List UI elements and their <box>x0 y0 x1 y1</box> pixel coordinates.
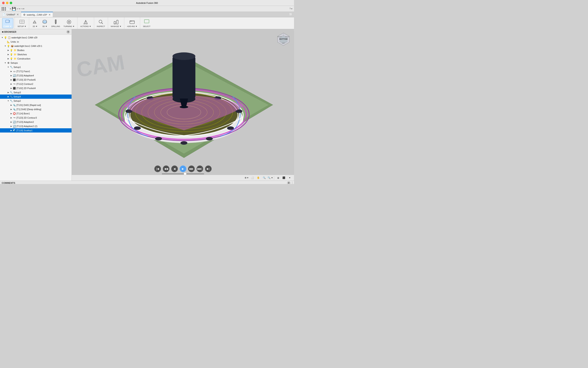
timeline[interactable] <box>162 174 204 174</box>
expand-bodies[interactable]: ▶ <box>7 49 10 52</box>
tree-item-construction[interactable]: ▶ 💡 📁 Construction <box>0 56 72 61</box>
playback-end-btn[interactable]: ▶| <box>205 166 212 172</box>
expand-setup4[interactable]: ▶ <box>7 95 10 98</box>
tree-item-bodies[interactable]: ▶ 💡 📁 Bodies <box>0 48 72 52</box>
playback-prev-fast-btn[interactable]: ◀◀ <box>163 166 169 172</box>
expand-face1[interactable]: ▶ <box>10 70 13 73</box>
tab-untitled-close[interactable]: ✕ <box>17 13 19 16</box>
redo-button[interactable]: ↪ ▾ <box>21 8 25 10</box>
viewport[interactable]: CAM BOTTOM FRONT RIGHT LEFT |◀ ◀◀ <box>72 29 294 181</box>
vp-zoom-btn[interactable]: 🔍 <box>262 175 267 180</box>
drilling-tool-button[interactable]: DRILLING <box>50 18 62 28</box>
comments-settings-btn[interactable]: ⚙ <box>287 181 290 184</box>
tree-item-adaptive22[interactable]: ▶ 🔄 [T113] Adaptive2 (2) <box>0 124 72 128</box>
tree-item-setups[interactable]: ▼ ⚙ Setups <box>0 61 72 65</box>
2d-tool-button[interactable]: 2D ▼ <box>30 18 40 28</box>
vp-pan-btn[interactable]: ✋ <box>256 175 261 180</box>
expand-component[interactable]: ▼ <box>4 45 7 47</box>
timeline-track[interactable] <box>162 174 204 174</box>
expand-pocket4[interactable]: ▶ <box>10 87 13 90</box>
expand-construction[interactable]: ▶ <box>7 57 10 60</box>
expand-setup3[interactable]: ▶ <box>7 91 10 94</box>
tab-cam[interactable]: ⚙ watertig...CAM v29* ✕ <box>21 12 53 17</box>
vp-fit-btn[interactable]: ⬜ <box>250 175 255 180</box>
icon-setup1: 🔧 <box>10 65 13 69</box>
vp-more-btn[interactable]: ▾ <box>287 175 292 180</box>
tree-item-units[interactable]: ▶ 📐 Units: in <box>0 40 72 44</box>
tab-cam-close[interactable]: ✕ <box>48 13 51 16</box>
help-button[interactable]: ? ▾ <box>290 8 292 10</box>
sidebar-collapse-btn[interactable]: ◀ <box>2 31 3 33</box>
tree-item-setup3[interactable]: ▶ 🔧 Setup3 <box>0 90 72 94</box>
expand-adaptive2[interactable]: ▶ <box>10 120 13 123</box>
sidebar-settings-btn[interactable]: ⚙ <box>66 30 70 34</box>
setup-tool-button[interactable]: SETUP ▼ <box>16 18 28 28</box>
addins-tool-button[interactable]: ADD-INS ▼ <box>126 18 139 28</box>
tab-maximize[interactable]: ⬜ <box>288 13 294 16</box>
tree-item-root[interactable]: ▼ 💡 📋 watertight box1 CAM v29 <box>0 36 72 40</box>
tree-item-setup4[interactable]: ▶ 🔧 Setup4 <box>0 94 72 99</box>
select-tool-button[interactable]: SELECT <box>141 18 152 28</box>
expand-setup1[interactable]: ▼ <box>7 66 10 69</box>
expand-scallop1[interactable]: ▶ <box>10 129 13 132</box>
actions-tool-button[interactable]: G1 G2 ACTIONS ▼ <box>79 18 92 28</box>
undo-button[interactable]: ↩ ▾ <box>17 8 20 10</box>
view-cube[interactable]: BOTTOM FRONT RIGHT LEFT <box>275 31 292 48</box>
tree-item-pocket4[interactable]: ▶ ⬛ [T102] 2D Pocket4 <box>0 86 72 90</box>
expand-setups[interactable]: ▼ <box>4 61 7 64</box>
turning-tool-button[interactable]: TURNING ▼ <box>62 18 76 28</box>
expand-bore1[interactable]: ▶ <box>10 112 13 115</box>
tree-item-adaptive2[interactable]: ▶ 🔄 [T123] Adaptive2 <box>0 120 72 124</box>
expand-adaptive4[interactable]: ▶ <box>10 74 13 77</box>
close-button[interactable] <box>2 2 5 4</box>
tree-item-face1[interactable]: ▶ ▭ [T171] Face1 <box>0 69 72 74</box>
svg-point-28 <box>131 21 132 21</box>
expand-drill1[interactable]: ▶ <box>10 104 13 107</box>
vp-orbit-btn[interactable]: ⊕ ▾ <box>244 175 249 180</box>
expand-root[interactable]: ▼ <box>1 36 4 39</box>
vp-display-btn[interactable]: 🖥 <box>276 175 280 180</box>
app-menu[interactable]: 📄 ▾ 💾 ↩ ▾ ↪ ▾ <box>2 7 24 11</box>
tree-item-sketches[interactable]: ▶ 💡 📁 Sketches <box>0 52 72 56</box>
save-button[interactable]: 💾 <box>12 7 16 11</box>
expand-pocket5[interactable]: ▶ <box>10 78 13 81</box>
expand-setup2[interactable]: ▼ <box>7 99 10 102</box>
tree-item-pocket5[interactable]: ▶ ⬛ [T133] 2D Pocket5 <box>0 78 72 82</box>
tree-item-setup2[interactable]: ▼ 🔧 Setup2 <box>0 99 72 103</box>
tab-untitled[interactable]: 📄 Untitled* ✕ <box>0 12 21 17</box>
tree-item-setup1[interactable]: ▼ 🔧 Setup1 <box>0 65 72 69</box>
tree-item-contour2[interactable]: ▶ 〜 [T112] Contour2 <box>0 82 72 86</box>
cam-tool-button[interactable]: CAM ▼ <box>2 18 13 28</box>
expand-contour2[interactable]: ▶ <box>10 83 13 85</box>
playback-play-btn[interactable]: ▶ <box>180 166 186 172</box>
vp-viewcube-btn[interactable]: ⬛ <box>281 175 286 180</box>
expand-adaptive22[interactable]: ▶ <box>10 125 13 128</box>
playback-start-btn[interactable]: |◀ <box>154 166 161 172</box>
playback-buttons: |◀ ◀◀ ◀ ▶ ▶▶ ▶▶| ▶| <box>154 166 212 172</box>
tree-item-drill2[interactable]: ▶ 🔩 [T1] Drill2 [Deep drilling] <box>0 107 72 111</box>
tree-item-adaptive4[interactable]: ▶ 🔄 [T133] Adaptive4 <box>0 74 72 78</box>
expand-drill2[interactable]: ▶ <box>10 108 13 111</box>
tree-item-scallop1[interactable]: ▶ 🌊 [T118] Scallop1 <box>0 128 72 132</box>
label-contour3: [T123] 2D Contour3 <box>17 117 37 119</box>
sidebar-controls: ⚙ <box>66 30 70 34</box>
tree-item-component[interactable]: ▼ 💡 📦 watertight box1 CAM v29:1 <box>0 44 72 48</box>
vp-zoom-options-btn[interactable]: 🔍 ▾ <box>268 175 273 180</box>
tree-item-contour3[interactable]: ▶ 〜 [T123] 2D Contour3 <box>0 116 72 120</box>
expand-contour3[interactable]: ▶ <box>10 116 13 119</box>
manage-tool-button[interactable]: % MANAGE ▼ <box>109 18 123 28</box>
maximize-button[interactable] <box>10 2 12 4</box>
file-menu-btn[interactable]: 📄 ▾ <box>7 8 11 10</box>
tree-item-bore1[interactable]: ▶ ⭕ [T114] Bore1 <box>0 111 72 116</box>
inspect-tool-button[interactable]: INSPECT <box>95 18 107 28</box>
playback-next-fast-btn[interactable]: ▶▶| <box>196 166 203 172</box>
playback-prev-btn[interactable]: ◀ <box>171 166 178 172</box>
window-controls[interactable] <box>2 2 12 4</box>
minimize-button[interactable] <box>6 2 9 4</box>
expand-sketches[interactable]: ▶ <box>7 53 10 56</box>
toolbar-group-inspect: INSPECT <box>94 17 108 29</box>
label-adaptive2: [T123] Adaptive2 <box>17 121 34 123</box>
playback-next-btn[interactable]: ▶▶ <box>188 166 195 172</box>
3d-tool-button[interactable]: 3D ▼ <box>40 18 49 28</box>
tree-item-drill1[interactable]: ▶ 🔩 [T131] Drill1 [Rapid out] <box>0 103 72 107</box>
